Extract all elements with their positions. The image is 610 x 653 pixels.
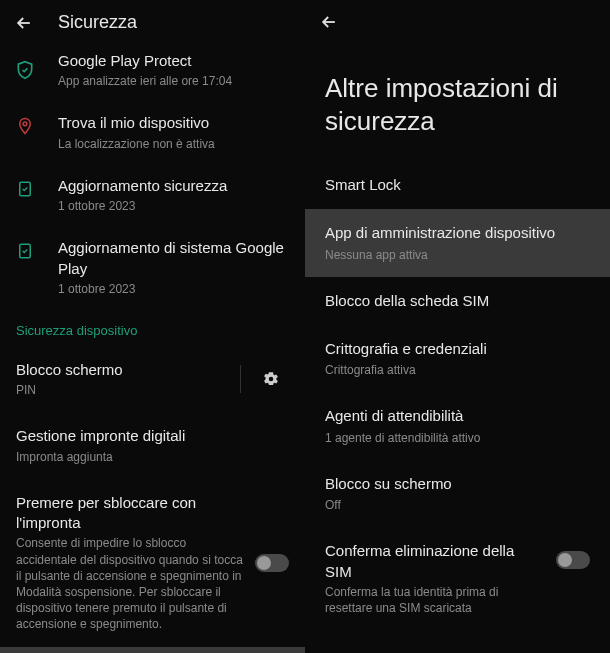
item-title: Blocco della scheda SIM [325, 291, 590, 311]
trust-agents-item[interactable]: Agenti di attendibilità 1 agente di atte… [305, 392, 610, 459]
item-sub: Impronta aggiunta [16, 449, 289, 465]
item-title: Blocco su schermo [325, 474, 590, 494]
confirm-sim-toggle[interactable] [556, 551, 590, 569]
item-title: Conferma eliminazione della SIM [325, 541, 544, 582]
divider [240, 365, 241, 393]
item-title: Crittografia e credenziali [325, 339, 590, 359]
item-sub: 1 agente di attendibilità attivo [325, 430, 590, 446]
shield-check-icon [14, 59, 36, 81]
item-title: App di amministrazione dispositivo [325, 223, 590, 243]
back-icon[interactable] [14, 13, 34, 33]
item-title: Trova il mio dispositivo [58, 113, 289, 133]
right-content: Smart Lock App di amministrazione dispos… [305, 161, 610, 653]
more-security-settings-item[interactable]: Altre impostazioni di sicurezza Crittogr… [0, 647, 305, 654]
item-title: Agenti di attendibilità [325, 406, 590, 426]
encryption-credentials-item[interactable]: Crittografia e credenziali Crittografia … [305, 325, 610, 392]
item-sub: PIN [16, 382, 228, 398]
item-title: Aggiornamento sicurezza [58, 176, 289, 196]
item-title: Aggiornamento di sistema Google Play [58, 238, 289, 279]
location-pin-icon [14, 115, 36, 137]
item-sub: La localizzazione non è attiva [58, 136, 289, 152]
svg-point-0 [23, 122, 27, 126]
press-unlock-toggle[interactable] [255, 554, 289, 572]
fingerprint-item[interactable]: Gestione impronte digitali Impronta aggi… [0, 412, 305, 478]
item-title: Smart Lock [325, 175, 590, 195]
play-protect-item[interactable]: Google Play Protect App analizzate ieri … [0, 45, 305, 101]
right-header [305, 0, 610, 44]
item-title: Blocco schermo [16, 360, 228, 380]
item-sub: 1 ottobre 2023 [58, 281, 289, 297]
device-admin-apps-item[interactable]: App di amministrazione dispositivo Nessu… [305, 209, 610, 276]
item-sub: Consente di impedire lo sblocco accident… [16, 535, 243, 632]
sim-lock-item[interactable]: Blocco della scheda SIM [305, 277, 610, 325]
item-sub: Nessuna app attiva [325, 247, 590, 263]
security-update-item[interactable]: Aggiornamento sicurezza 1 ottobre 2023 [0, 164, 305, 226]
item-sub: 1 ottobre 2023 [58, 198, 289, 214]
back-icon[interactable] [319, 12, 339, 32]
left-header: Sicurezza [0, 0, 305, 45]
find-device-item[interactable]: Trova il mio dispositivo La localizzazio… [0, 101, 305, 163]
press-to-unlock-item[interactable]: Premere per sbloccare con l'impronta Con… [0, 479, 305, 647]
confirm-sim-deletion-item[interactable]: Conferma eliminazione della SIM Conferma… [305, 527, 610, 630]
section-header-device-security: Sicurezza dispositivo [0, 309, 305, 346]
item-title: Google Play Protect [58, 51, 289, 71]
left-panel: Sicurezza Google Play Protect App analiz… [0, 0, 305, 653]
play-system-update-item[interactable]: Aggiornamento di sistema Google Play 1 o… [0, 226, 305, 309]
update-check-icon [14, 178, 36, 200]
item-title: Premere per sbloccare con l'impronta [16, 493, 243, 534]
screen-pinning-item[interactable]: Blocco su schermo Off [305, 460, 610, 527]
item-sub: Conferma la tua identità prima di resett… [325, 584, 544, 616]
left-content: Google Play Protect App analizzate ieri … [0, 45, 305, 653]
right-panel: Altre impostazioni di sicurezza Smart Lo… [305, 0, 610, 653]
page-title-large: Altre impostazioni di sicurezza [305, 44, 610, 161]
smart-lock-item[interactable]: Smart Lock [305, 161, 610, 209]
update-check-icon [14, 240, 36, 262]
page-title: Sicurezza [58, 12, 137, 33]
item-sub: App analizzate ieri alle ore 17:04 [58, 73, 289, 89]
screen-lock-settings-button[interactable] [253, 361, 289, 397]
item-sub: Crittografia attiva [325, 362, 590, 378]
item-sub: Off [325, 497, 590, 513]
screen-lock-item[interactable]: Blocco schermo PIN [0, 346, 305, 412]
item-title: Gestione impronte digitali [16, 426, 289, 446]
